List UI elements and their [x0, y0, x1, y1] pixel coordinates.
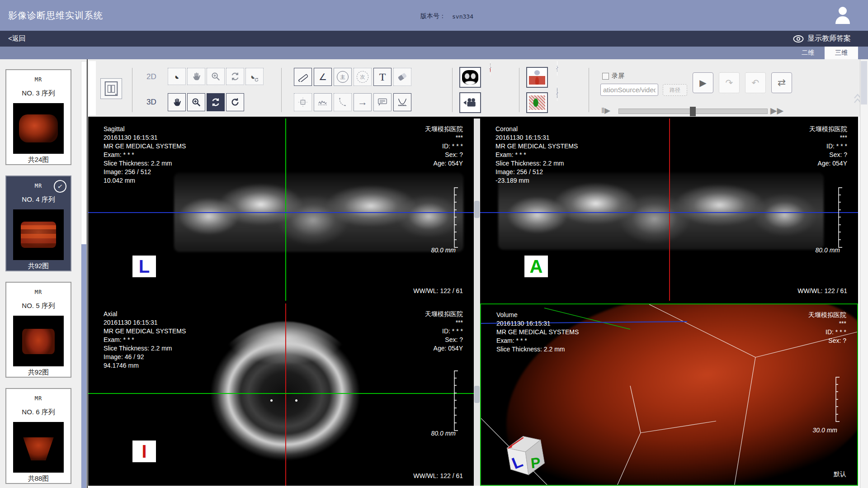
label-2d: 2D	[146, 72, 156, 81]
record-label: 录屏	[612, 72, 624, 80]
scale-ruler	[453, 370, 458, 431]
wwwl-label: WW/WL: 122 / 61	[797, 287, 847, 294]
series-card-6[interactable]: MR NO. 6 序列 共88图	[5, 388, 71, 484]
splitter-handle[interactable]	[474, 201, 480, 218]
tab-2d[interactable]: 二维	[791, 47, 825, 59]
knee-preset-button[interactable]	[526, 67, 548, 88]
series-card-3[interactable]: MR NO. 3 序列 共24图	[5, 69, 71, 165]
rotate-sync-2d-button[interactable]	[226, 68, 244, 85]
volume-thumb-render	[21, 222, 56, 248]
ellipse-main-tool-button[interactable]: 主	[334, 68, 352, 86]
viewport-coronal[interactable]: Coronal 20161130 16:15:31 MR GE MEDICAL …	[480, 118, 858, 301]
arrow-tool-button[interactable]: →	[354, 93, 372, 111]
loop-forward-button[interactable]: ↷	[719, 72, 740, 93]
crosshair-vertical-red[interactable]	[285, 303, 286, 486]
page-scrollbar-thumb[interactable]	[861, 61, 867, 104]
loop-back-button[interactable]: ↶	[745, 72, 766, 93]
splitter-handle[interactable]	[474, 386, 480, 403]
skull-3d-button[interactable]	[489, 67, 491, 69]
toolbar-left-splitter[interactable]	[89, 61, 96, 115]
pan-2d-button[interactable]	[187, 68, 205, 85]
ct-bed-preset-button[interactable]	[556, 67, 558, 69]
viewport-meta: Coronal 20161130 16:15:31 MR GE MEDICAL …	[495, 125, 578, 185]
app-root: 影像诊断思维实训系统 版本号： svn334 <返回 显示教师答案 二维 三维 …	[0, 0, 868, 488]
series-card-4-selected[interactable]: ✓ MR NO. 4 序列 共92图	[5, 175, 71, 271]
view-tab-strip	[0, 47, 868, 59]
preset-label: 默认	[834, 470, 846, 479]
orientation-marker: I	[132, 441, 156, 462]
viewport-volume-selected[interactable]: Volume 20161130 16:15:31 MR GE MEDICAL S…	[480, 303, 858, 486]
volume-thumb-render	[19, 114, 57, 143]
step-start-icon[interactable]: ‖▶	[601, 106, 610, 115]
toolbar-divider	[452, 68, 453, 112]
series-title: NO. 5 序列	[6, 302, 71, 310]
magnifier-plus-icon	[191, 97, 201, 107]
segmentation-preset-button[interactable]	[526, 92, 548, 113]
wwwl-reset-button[interactable]: ◐	[245, 68, 264, 85]
heart-preset-button[interactable]	[556, 92, 558, 95]
eraser-tool-button[interactable]	[393, 68, 411, 86]
patient-info: 天堰模拟医院 *** ID: * * * Sex: ? Age: 054Y	[809, 125, 847, 168]
series-card-5[interactable]: MR NO. 5 序列 共92图	[5, 282, 71, 378]
sidebar-scrollbar-thumb[interactable]	[81, 244, 86, 488]
comment-tool-button[interactable]	[373, 93, 392, 111]
angle-tool-button[interactable]: ∠	[314, 68, 332, 86]
swap-direction-button[interactable]: ⇄	[771, 72, 792, 93]
back-link[interactable]: <返回	[8, 34, 26, 43]
crosshair-horizontal-blue[interactable]	[88, 212, 474, 213]
export-video-button[interactable]	[459, 92, 481, 113]
cube-right-label: P	[530, 454, 541, 471]
wwwl-label: WW/WL: 122 / 61	[413, 287, 463, 294]
rotate-3d-button-selected[interactable]	[207, 93, 225, 111]
crosshair-vertical-red[interactable]	[669, 118, 670, 301]
record-checkbox[interactable]	[602, 73, 609, 80]
segmentation-preset-icon	[529, 95, 545, 110]
curve-measure-tool-button[interactable]	[393, 93, 411, 111]
viewport-axial[interactable]: Axial 20161130 16:15:31 MR GE MEDICAL SY…	[88, 303, 474, 486]
viewport-title: Volume	[496, 311, 579, 319]
play-button[interactable]: ▶	[693, 72, 713, 93]
wwwl-button[interactable]: ◐	[168, 68, 186, 85]
viewport-splitter-vertical[interactable]	[474, 118, 480, 486]
video-path-input[interactable]	[600, 84, 658, 96]
scale-label: 80.0 mm	[431, 430, 456, 437]
layout-button[interactable]	[100, 78, 122, 99]
nav-bar: <返回 显示教师答案	[0, 31, 868, 47]
path-button[interactable]: 路径	[663, 84, 687, 96]
zoom-3d-button[interactable]	[187, 93, 205, 111]
scale-ruler	[453, 187, 458, 248]
page-scrollbar-track[interactable]	[860, 59, 868, 488]
frame-slider-thumb[interactable]	[690, 107, 696, 116]
bottom-margin	[88, 486, 868, 488]
viewport-title: Sagittal	[104, 125, 186, 133]
orientation-marker: L	[132, 256, 156, 277]
zoom-2d-button[interactable]	[207, 68, 225, 85]
version-info: 版本号： svn334	[420, 12, 473, 20]
arc-tool-button[interactable]	[334, 93, 352, 111]
patient-info: 天堰模拟医院 *** ID: * * * Sex: ?	[808, 311, 846, 345]
crosshair-vertical-green[interactable]	[285, 118, 286, 301]
crosshair-horizontal-green[interactable]	[88, 393, 474, 394]
roi-box-tool-button[interactable]	[294, 93, 312, 111]
ct-slice-button[interactable]	[459, 67, 481, 88]
user-avatar[interactable]	[834, 5, 851, 27]
tab-3d[interactable]: 三维	[825, 47, 858, 59]
ruler-tool-button[interactable]	[294, 68, 312, 86]
pan-3d-button[interactable]	[168, 93, 186, 111]
text-tool-button[interactable]: T	[373, 68, 392, 86]
rotate-reset-button[interactable]	[226, 93, 244, 111]
series-count: 共92图	[6, 262, 71, 270]
profile-curve-tool-button[interactable]	[314, 93, 332, 111]
crosshair-horizontal-blue[interactable]	[480, 212, 858, 213]
show-teacher-answer-button[interactable]: 显示教师答案	[793, 34, 851, 43]
scale-ruler	[837, 187, 843, 248]
step-end-icon[interactable]: ▶▶	[770, 105, 783, 116]
version-value: svn334	[452, 13, 473, 20]
ellipse-sub-tool-button[interactable]: 次	[354, 68, 372, 86]
rotate-sync-icon	[211, 97, 221, 107]
series-count: 共92图	[6, 368, 71, 377]
check-icon: ✓	[53, 179, 67, 194]
arc-icon	[338, 97, 348, 107]
viewport-sagittal[interactable]: Sagittal 20161130 16:15:31 MR GE MEDICAL…	[88, 118, 474, 301]
toolbar-divider	[281, 68, 282, 112]
